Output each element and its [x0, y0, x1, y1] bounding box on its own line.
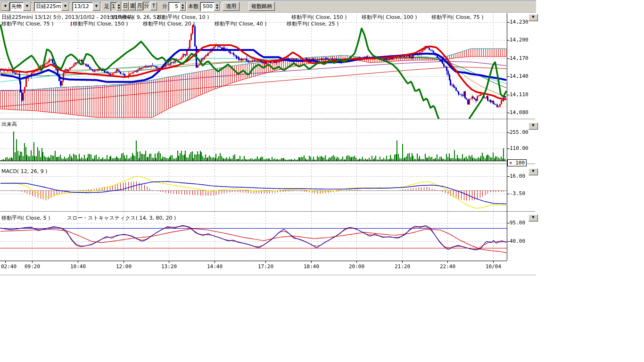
chevron-down-icon[interactable]: ▼: [92, 2, 100, 11]
legend-item: 移動平均( Close, 20 ): [143, 20, 195, 27]
time-axis-label: 21:20: [395, 263, 410, 270]
time-axis-label: 02:40: [1, 263, 17, 270]
spinner-arrows-icon[interactable]: ▲▼: [116, 2, 121, 11]
time-axis-label: 17:20: [258, 263, 273, 270]
chevron-down-icon[interactable]: ▼: [23, 2, 31, 11]
legend-item: 移動平均( Close, 150 ): [71, 20, 128, 27]
time-axis-label: 10:40: [70, 263, 86, 270]
period-button-T[interactable]: T: [150, 2, 157, 10]
price-axis-label: 14,170: [510, 55, 528, 61]
chevron-down-icon[interactable]: ▼: [61, 2, 69, 11]
chevron-down-icon[interactable]: ▼: [1, 2, 9, 11]
price-axis-label: 14,200: [510, 37, 528, 43]
symbol-select[interactable]: 日経225mini ▼: [34, 2, 70, 11]
bar-count-label: 本数: [188, 2, 198, 11]
spinner-arrows-icon[interactable]: ▲▼: [214, 2, 220, 11]
volume-panel-menu-button[interactable]: ▼: [528, 123, 538, 130]
symbol-select-value: 日経225mini: [34, 2, 61, 11]
period-button-週[interactable]: 週: [129, 2, 136, 10]
minutes-stepper[interactable]: 5 ▲▼: [168, 2, 187, 11]
legend-item: 一目均衡表( 9, 26, 52 ): [107, 14, 164, 21]
time-axis-label: 09:20: [25, 263, 40, 270]
volume-axis-label: 110.00: [510, 145, 528, 151]
bar-count-value: 500: [200, 2, 214, 11]
legend-item: 移動平均( Close, 10 ): [157, 14, 209, 21]
apply-button[interactable]: 適用: [223, 2, 239, 11]
price-axis-label: 14,230: [510, 19, 528, 25]
macd-axis-label: -3.50: [510, 190, 525, 197]
stoch-panel-menu-button[interactable]: ▼: [528, 214, 538, 222]
volume-panel-label: 出来高: [1, 121, 17, 128]
macd-axis-label: 16.00: [510, 173, 525, 179]
bar-type-label: 足: [104, 2, 109, 11]
toolbar: ▼ 先物 ▼ 日経225mini ▼ 13/12 ▼ 足 1 ▲▼ 分 5 ▲▼…: [0, 0, 536, 13]
bar-count-stepper[interactable]: 500 ▲▼: [200, 2, 221, 11]
spinner-arrows-icon[interactable]: ▲▼: [180, 2, 186, 11]
period-button-月[interactable]: 月: [136, 2, 143, 10]
minutes-label: 分: [162, 2, 167, 11]
window-bottom-border: [0, 275, 536, 275]
contract-select-value: 13/12: [73, 2, 92, 11]
time-axis-label: 18:40: [304, 263, 319, 270]
stoch-axis-label: 40.00: [510, 238, 525, 244]
legend-item: 移動平均( Close, 150 ): [291, 14, 347, 21]
market-select-value: 先物: [10, 2, 23, 11]
price-panel-menu-button[interactable]: ▼: [528, 14, 538, 21]
minutes-value: 5: [169, 2, 179, 11]
bar-interval-stepper[interactable]: 1 ▲▼: [110, 2, 122, 11]
legend-item: 移動平均( Close, 40 ): [215, 20, 267, 27]
contract-month-select[interactable]: 13/12 ▼: [72, 2, 101, 11]
chart-canvas[interactable]: [0, 0, 536, 278]
time-axis-label: 10/04: [486, 263, 501, 270]
market-select[interactable]: 先物 ▼: [9, 2, 32, 11]
legend-color-marker: [71, 22, 72, 26]
time-axis-label: 20:00: [349, 263, 364, 270]
stoch-panel-label: スロー・ストキャスティクス( 14, 3, 80, 20 ): [67, 214, 176, 222]
period-button-日[interactable]: 日: [122, 2, 129, 10]
macd-panel-label: MACD( 12, 26, 9 ): [1, 168, 48, 174]
time-axis-label: 14:40: [207, 263, 223, 270]
price-axis-label: 14,080: [510, 109, 528, 115]
price-axis-label: 14,110: [510, 91, 528, 98]
stoch-axis-label: 95.00: [510, 220, 525, 226]
time-axis-label: 12:00: [116, 263, 132, 270]
bar-interval-value: 1: [111, 2, 116, 11]
legend-item: 移動平均( Close, 75 ): [1, 20, 54, 27]
macd-panel-menu-button[interactable]: ▼: [528, 168, 538, 175]
chart-application-window: ▼ 先物 ▼ 日経225mini ▼ 13/12 ▼ 足 1 ▲▼ 分 5 ▲▼…: [0, 0, 644, 362]
time-axis-label: 13:20: [161, 263, 177, 270]
legend-item: 移動平均( Close, 100 ): [362, 14, 417, 21]
stoch-ma-label: 移動平均( Close, 5 ): [1, 214, 50, 222]
legend-item: 移動平均( Close, 25 ): [287, 20, 339, 27]
legend-item: 移動平均( Close, 75 ): [431, 14, 484, 21]
volume-axis-label: 255.00: [510, 129, 528, 135]
collapsed-combo[interactable]: ▼: [1, 2, 8, 11]
time-axis-label: 22:40: [440, 263, 455, 270]
multi-symbol-button[interactable]: 複数銘柄: [248, 2, 275, 11]
price-axis-label: 14,140: [510, 73, 528, 79]
period-button-分[interactable]: 分: [143, 2, 150, 10]
volume-multiplier-box: × 100: [507, 159, 527, 166]
